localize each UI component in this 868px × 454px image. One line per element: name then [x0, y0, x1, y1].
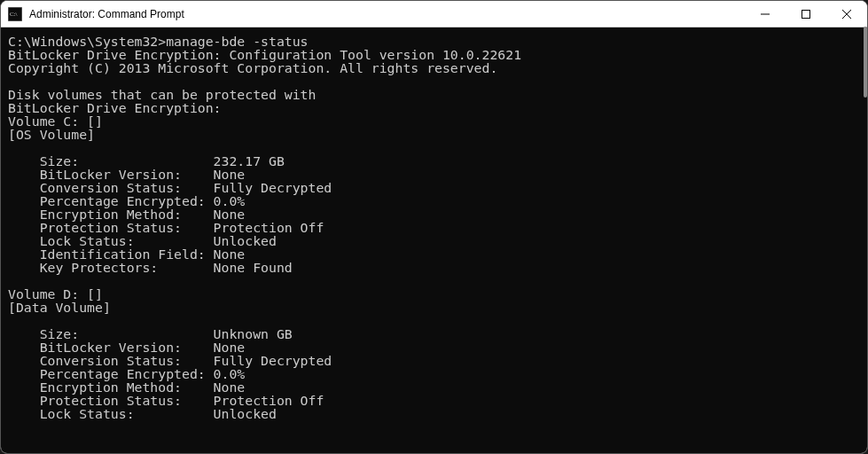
terminal-line: Size: 232.17 GB [8, 154, 867, 168]
terminal-line [8, 314, 867, 327]
terminal-line: BitLocker Drive Encryption: Configuratio… [8, 48, 867, 61]
terminal-line: Size: Unknown GB [8, 327, 867, 340]
terminal-line: Key Protectors: None Found [8, 261, 867, 274]
terminal-line: BitLocker Drive Encryption: [8, 101, 867, 114]
terminal-line: BitLocker Version: None [8, 168, 867, 181]
cmd-icon: C:\ [8, 7, 22, 21]
terminal-line: Percentage Encrypted: 0.0% [8, 367, 867, 380]
terminal-line: Encryption Method: None [8, 380, 867, 394]
terminal-line: Volume C: [] [8, 114, 867, 128]
svg-text:C:\: C:\ [10, 11, 18, 18]
terminal-line: Percentage Encrypted: 0.0% [8, 194, 867, 207]
titlebar[interactable]: C:\ Administrator: Command Prompt [1, 1, 867, 27]
terminal-line: [OS Volume] [8, 128, 867, 141]
terminal-line [8, 141, 867, 154]
terminal-line: Conversion Status: Fully Decrypted [8, 354, 867, 367]
maximize-button[interactable] [786, 1, 826, 27]
terminal-line [8, 274, 867, 287]
minimize-button[interactable] [745, 1, 786, 27]
terminal-line: Lock Status: Unlocked [8, 234, 867, 247]
terminal-output[interactable]: C:\Windows\System32>manage-bde -statusBi… [1, 27, 867, 453]
terminal-line: Lock Status: Unlocked [8, 407, 867, 420]
window-title: Administrator: Command Prompt [29, 8, 745, 20]
terminal-line: [Data Volume] [8, 301, 867, 314]
cmd-window: C:\ Administrator: Command Prompt C:\Win… [0, 0, 868, 454]
svg-rect-3 [802, 10, 810, 18]
terminal-line: Identification Field: None [8, 247, 867, 261]
scrollbar-thumb[interactable] [864, 27, 867, 98]
terminal-line: BitLocker Version: None [8, 340, 867, 354]
terminal-line: Conversion Status: Fully Decrypted [8, 181, 867, 194]
terminal-line: Copyright (C) 2013 Microsoft Corporation… [8, 61, 867, 74]
window-controls [745, 1, 867, 27]
terminal-line: Protection Status: Protection Off [8, 221, 867, 234]
terminal-line [8, 74, 867, 88]
terminal-line: C:\Windows\System32>manage-bde -status [8, 35, 867, 48]
terminal-line: Protection Status: Protection Off [8, 394, 867, 407]
terminal-line: Volume D: [] [8, 287, 867, 301]
terminal-line: Disk volumes that can be protected with [8, 88, 867, 101]
terminal-line: Encryption Method: None [8, 207, 867, 221]
scrollbar[interactable] [860, 27, 867, 453]
close-button[interactable] [826, 1, 867, 27]
